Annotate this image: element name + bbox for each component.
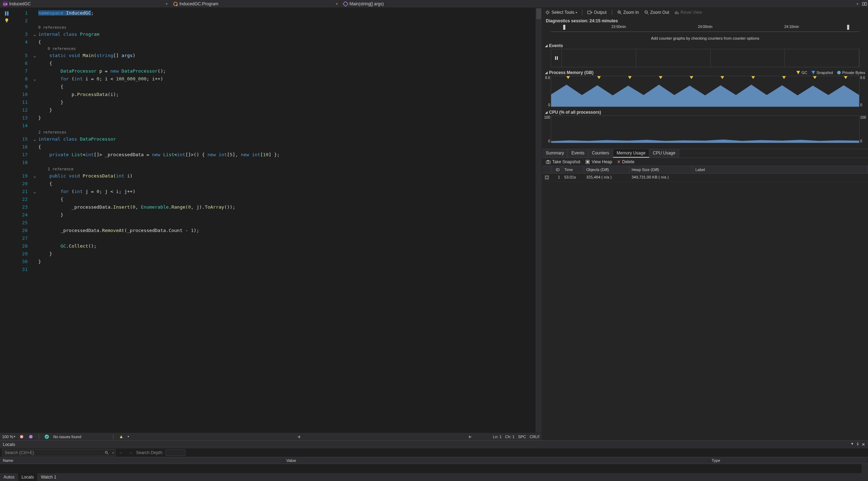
health-indicator-icon[interactable]: [28, 434, 34, 440]
fold-toggle[interactable]: ⌄: [31, 75, 38, 83]
take-snapshot-button[interactable]: Take Snapshot: [546, 159, 580, 164]
gc-legend-swatch: [796, 71, 800, 74]
tab-events[interactable]: Events: [568, 149, 588, 158]
reset-view-button[interactable]: Reset View: [674, 10, 702, 15]
locals-grid-body[interactable]: [0, 464, 868, 473]
pause-events-button[interactable]: [551, 49, 562, 67]
tab-locals[interactable]: Locals: [18, 473, 38, 481]
snapshot-table: ID Time Objects (Diff) Heap Size (Diff) …: [542, 166, 868, 182]
pause-icon: [554, 56, 559, 60]
col-time-header[interactable]: Time: [562, 166, 584, 173]
svg-point-30: [105, 451, 107, 453]
output-icon: [587, 10, 592, 15]
codelens-references[interactable]: 2 references: [38, 130, 536, 135]
svg-point-14: [547, 11, 549, 13]
tab-autos[interactable]: Autos: [0, 473, 18, 481]
svg-rect-22: [557, 56, 558, 60]
tab-watch-1[interactable]: Watch 1: [37, 473, 60, 481]
fold-toggle[interactable]: ⌄: [31, 52, 38, 60]
nav-project-dropdown[interactable]: C# InducedGC ▾: [0, 0, 170, 7]
indent-mode-label[interactable]: SPC: [518, 435, 526, 439]
zoom-selector[interactable]: 100 % ▾: [2, 435, 15, 439]
col-objects-header[interactable]: Objects (Diff): [584, 166, 629, 173]
lightbulb-icon[interactable]: [4, 18, 10, 23]
camera-icon: [546, 159, 551, 164]
select-tools-button[interactable]: Select Tools ▾: [545, 10, 577, 15]
svg-rect-8: [7, 11, 9, 16]
line-ending-label[interactable]: CRLF: [530, 435, 540, 439]
collapse-triangle-icon: ◢: [545, 71, 548, 74]
codelens-references[interactable]: 1 reference: [38, 166, 536, 172]
search-depth-label: Search Depth:: [136, 450, 163, 455]
diagnostics-timeline[interactable]: 23:50min 24:00min 24:10min: [551, 25, 859, 35]
memory-section-header[interactable]: ◢ Process Memory (GB) GC Snapshot Privat…: [542, 69, 868, 76]
view-heap-button[interactable]: View Heap: [585, 159, 612, 164]
col-label-header[interactable]: Label: [693, 166, 868, 173]
search-options-chevron-icon[interactable]: ▾: [112, 451, 114, 454]
nav-class-dropdown[interactable]: InducedGC.Program ▾: [170, 0, 340, 7]
zoom-out-button[interactable]: Zoom Out: [644, 10, 669, 15]
search-prev-button[interactable]: ←: [118, 450, 125, 455]
split-editor-button[interactable]: [861, 0, 868, 7]
locals-search-bar: Search (Ctrl+E) ▾ ← → Search Depth:: [0, 448, 868, 457]
fold-toggle[interactable]: ⌄: [31, 135, 38, 143]
locals-search-input[interactable]: Search (Ctrl+E) ▾: [2, 449, 116, 456]
svg-rect-10: [6, 21, 7, 22]
chevron-down-icon: ▾: [336, 2, 338, 6]
cpu-chart[interactable]: 1000 1000: [551, 115, 859, 143]
codelens-references[interactable]: 0 references: [38, 25, 536, 30]
nav-method-dropdown[interactable]: Main(string[] args) ▾: [340, 0, 861, 7]
output-button[interactable]: Output: [587, 10, 606, 15]
svg-rect-15: [588, 11, 591, 14]
delete-x-icon: ✕: [617, 159, 621, 164]
svg-rect-6: [865, 2, 867, 5]
svg-rect-27: [587, 161, 589, 163]
line-number-gutter: 12 34 567891011121314 15161718 192021222…: [13, 8, 31, 432]
nav-class-label: InducedGC.Program: [179, 1, 218, 6]
locals-col-name[interactable]: Name: [0, 458, 284, 463]
fold-toggle[interactable]: ⌄: [31, 172, 38, 180]
error-toggle-icon[interactable]: [19, 434, 24, 440]
snapshot-legend-swatch: [812, 71, 815, 74]
snapshot-row[interactable]: 1 53.01s 325,484 ( n/a ) 349,731.00 KB (…: [542, 174, 868, 182]
close-panel-button[interactable]: ✕: [862, 442, 865, 447]
chevron-down-icon: ▾: [857, 2, 858, 6]
editor-vertical-scrollbar[interactable]: [536, 8, 542, 432]
memory-chart[interactable]: 8.60 8.60: [551, 76, 859, 107]
col-id-header[interactable]: ID: [551, 166, 562, 173]
search-depth-selector[interactable]: [166, 449, 185, 456]
delete-snapshot-button[interactable]: ✕ Delete: [617, 159, 634, 164]
reset-view-icon: [674, 10, 679, 15]
svg-rect-18: [675, 12, 676, 14]
cursor-line-label: Ln: 1: [493, 435, 502, 439]
locals-vertical-scrollbar[interactable]: [862, 464, 868, 473]
pin-icon: [856, 442, 859, 446]
events-section-header[interactable]: ◢ Events: [542, 43, 868, 49]
locals-title-bar: Locals ▼ ✕: [0, 441, 868, 448]
zoom-in-button[interactable]: Zoom In: [617, 10, 639, 15]
tab-counters[interactable]: Counters: [588, 149, 613, 158]
svg-text:C#: C#: [3, 2, 7, 6]
tab-memory-usage[interactable]: Memory Usage: [613, 149, 649, 158]
locals-col-value[interactable]: Value: [284, 458, 709, 463]
codelens-references[interactable]: 0 references: [38, 46, 536, 52]
tab-cpu-usage[interactable]: CPU Usage: [649, 149, 679, 158]
search-next-button[interactable]: →: [127, 450, 134, 455]
track-changes-icon: [4, 11, 10, 16]
tab-summary[interactable]: Summary: [542, 149, 568, 158]
col-heap-header[interactable]: Heap Size (Diff): [629, 166, 693, 173]
heap-icon: [585, 159, 590, 164]
pin-button[interactable]: [856, 442, 859, 447]
cpu-section-header[interactable]: ◢ CPU (% of all processors): [542, 109, 868, 115]
class-icon: [173, 1, 178, 6]
editor-nav-bar: C# InducedGC ▾ InducedGC.Program ▾ Main(…: [0, 0, 868, 8]
locals-col-type[interactable]: Type: [709, 458, 868, 463]
code-text-area[interactable]: namespace InducedGC; 0 references intern…: [38, 8, 536, 432]
svg-point-12: [29, 435, 33, 438]
counter-hint-label: Add counter graphs by checking counters …: [542, 35, 868, 43]
cleanup-icon[interactable]: [118, 434, 124, 440]
fold-toggle[interactable]: ⌄: [31, 30, 38, 38]
svg-rect-19: [676, 11, 677, 14]
window-position-button[interactable]: ▼: [851, 442, 854, 447]
fold-toggle[interactable]: ⌄: [31, 188, 38, 196]
